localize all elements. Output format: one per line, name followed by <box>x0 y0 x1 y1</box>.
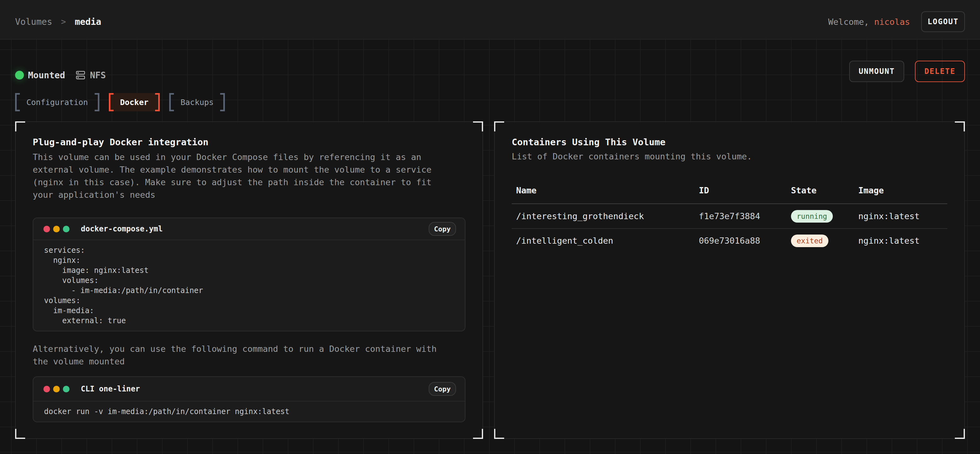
volume-actions: UNMOUNT DELETE <box>849 61 965 82</box>
tab-docker[interactable]: Docker <box>109 93 160 111</box>
cli-copy-button[interactable]: Copy <box>429 382 456 396</box>
container-state-cell: exited <box>791 235 858 247</box>
tab-bracket-icon <box>95 93 99 111</box>
breadcrumb: Volumes > media <box>15 17 101 27</box>
welcome-prefix: Welcome, <box>828 17 874 27</box>
containers-panel: Containers Using This Volume List of Doc… <box>494 121 965 439</box>
panel-corner-icon <box>15 121 25 132</box>
window-dot-red-icon <box>43 226 50 232</box>
panel-corner-icon <box>473 429 483 439</box>
panel-corner-icon <box>473 121 483 132</box>
breadcrumb-current: media <box>75 17 101 27</box>
containers-panel-title: Containers Using This Volume <box>512 136 947 148</box>
container-state-cell: running <box>791 210 858 222</box>
cli-code-block-header: CLI one-liner Copy <box>33 377 465 402</box>
tab-bracket-icon <box>220 93 225 111</box>
containers-table-header: NameIDStateImage <box>512 186 947 204</box>
panel-corner-icon <box>955 121 965 132</box>
cli-code-body: docker run -v im-media:/path/in/containe… <box>33 402 465 422</box>
panels: Plug-and-play Docker integration This vo… <box>15 121 965 439</box>
cli-description: Alternatively, you can use the following… <box>33 343 466 368</box>
container-row: /interesting_grothendieckf1e73e7f3884run… <box>512 204 947 228</box>
volume-status: Mounted NFS <box>15 70 106 81</box>
tab-bracket-icon <box>155 93 160 111</box>
compose-code-block: docker-compose.yml Copy services: nginx:… <box>33 217 466 332</box>
container-id: f1e73e7f3884 <box>699 211 791 221</box>
delete-button[interactable]: DELETE <box>915 61 965 82</box>
username: nicolas <box>874 17 910 27</box>
container-name: /interesting_grothendieck <box>516 211 699 221</box>
column-header-id: ID <box>699 186 791 195</box>
container-id: 069e73016a88 <box>699 236 791 246</box>
state-badge: exited <box>791 235 829 247</box>
tab-label: Backups <box>181 98 213 107</box>
fs-type-label: NFS <box>90 70 106 81</box>
tab-label: Docker <box>120 98 148 107</box>
volume-tabs: ConfigurationDockerBackups <box>15 93 965 111</box>
column-header-image: Image <box>858 186 947 195</box>
window-dot-green-icon <box>63 386 70 392</box>
column-header-name: Name <box>516 186 699 195</box>
cli-filename: CLI one-liner <box>81 384 140 393</box>
compose-filename: docker-compose.yml <box>81 224 162 233</box>
breadcrumb-volumes-link[interactable]: Volumes <box>15 17 52 27</box>
server-icon <box>76 70 85 80</box>
tab-configuration[interactable]: Configuration <box>15 93 99 111</box>
compose-code: services: nginx: image: nginx:latest vol… <box>44 245 454 326</box>
tab-label: Configuration <box>26 98 88 107</box>
window-dot-yellow-icon <box>53 226 60 232</box>
docker-integration-panel: Plug-and-play Docker integration This vo… <box>15 121 483 439</box>
logout-button[interactable]: LOGOUT <box>921 11 965 32</box>
tab-bracket-icon <box>15 93 20 111</box>
unmount-button[interactable]: UNMOUNT <box>849 61 904 82</box>
panel-corner-icon <box>494 429 504 439</box>
window-dot-red-icon <box>43 386 50 392</box>
welcome-text: Welcome, nicolas <box>828 17 910 27</box>
window-dots <box>43 386 70 392</box>
mounted-status-dot <box>15 71 24 79</box>
cli-code-block: CLI one-liner Copy docker run -v im-medi… <box>33 376 466 422</box>
column-header-state: State <box>791 186 858 195</box>
panel-corner-icon <box>494 121 504 132</box>
mounted-status-label: Mounted <box>28 70 65 81</box>
container-name: /intelligent_colden <box>516 236 699 246</box>
container-row: /intelligent_colden069e73016a88exitedngi… <box>512 228 947 252</box>
panel-corner-icon <box>955 429 965 439</box>
main-content: Mounted NFS UNMOUNT DELETE Configuration… <box>0 61 980 439</box>
window-dot-green-icon <box>63 226 70 232</box>
volume-toolbar: Mounted NFS UNMOUNT DELETE <box>15 61 965 82</box>
window-dot-yellow-icon <box>53 386 60 392</box>
tab-bracket-icon <box>109 93 113 111</box>
compose-copy-button[interactable]: Copy <box>429 222 456 236</box>
tab-backups[interactable]: Backups <box>169 93 225 111</box>
compose-code-body: services: nginx: image: nginx:latest vol… <box>33 240 465 331</box>
tab-bracket-icon <box>169 93 174 111</box>
panel-corner-icon <box>15 429 25 439</box>
containers-panel-subtitle: List of Docker containers mounting this … <box>512 150 947 163</box>
container-image: nginx:latest <box>858 236 947 246</box>
breadcrumb-separator-icon: > <box>61 17 66 26</box>
compose-code-block-header: docker-compose.yml Copy <box>33 218 465 240</box>
top-bar: Volumes > media Welcome, nicolas LOGOUT <box>0 0 980 40</box>
container-image: nginx:latest <box>858 211 947 221</box>
docker-panel-title: Plug-and-play Docker integration <box>33 136 466 148</box>
cli-code: docker run -v im-media:/path/in/containe… <box>44 406 454 417</box>
state-badge: running <box>791 210 833 222</box>
containers-table: NameIDStateImage/interesting_grothendiec… <box>512 186 947 252</box>
docker-panel-description: This volume can be used in your Docker C… <box>33 151 466 201</box>
window-dots <box>43 226 70 232</box>
